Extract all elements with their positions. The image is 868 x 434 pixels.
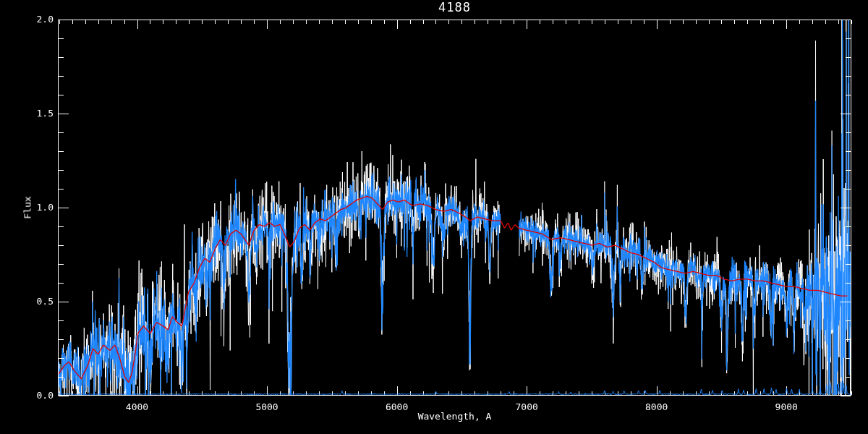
- x-tick-label: 9000: [757, 401, 815, 412]
- x-tick-label: 8000: [628, 401, 686, 412]
- x-tick-label: 4000: [109, 401, 166, 412]
- x-tick-label: 6000: [368, 401, 426, 412]
- spectrum-plot-canvas: [0, 0, 868, 434]
- plot-title: 4188: [58, 0, 851, 14]
- spectrum-chart: 4188 Flux Wavelength, A 4000500060007000…: [0, 0, 868, 434]
- x-axis-label: Wavelength, A: [58, 411, 851, 422]
- y-tick-label: 1.0: [0, 202, 54, 213]
- y-tick-label: 2.0: [0, 14, 54, 25]
- x-tick-label: 7000: [498, 401, 556, 412]
- y-tick-label: 0.5: [0, 296, 54, 307]
- y-tick-label: 1.5: [0, 108, 54, 119]
- x-tick-label: 5000: [238, 401, 296, 412]
- y-tick-label: 0.0: [0, 390, 54, 401]
